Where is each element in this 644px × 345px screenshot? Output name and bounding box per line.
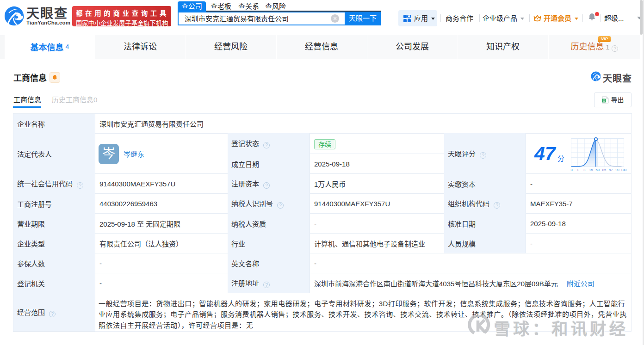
- svg-text:3: 3: [583, 168, 585, 172]
- svg-text:97: 97: [609, 168, 613, 172]
- svg-text:100: 100: [621, 168, 627, 172]
- svg-text:15: 15: [589, 168, 593, 172]
- svg-text:0: 0: [570, 168, 572, 172]
- svg-text:1: 1: [577, 168, 579, 172]
- svg-text:99: 99: [615, 168, 619, 172]
- svg-text:85: 85: [602, 168, 606, 172]
- svg-text:50: 50: [596, 168, 600, 172]
